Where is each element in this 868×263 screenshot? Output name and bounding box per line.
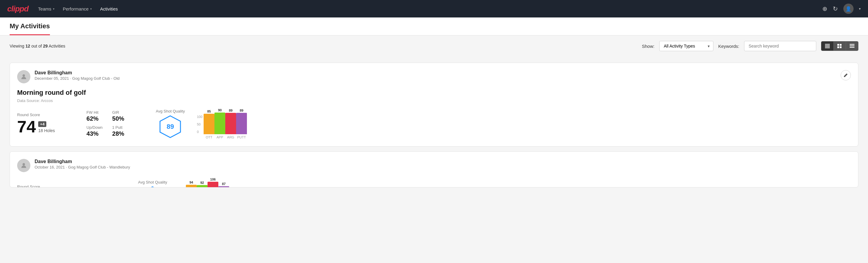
- user-meta: October 16, 2021 · Gog Magog Golf Club -…: [35, 165, 130, 169]
- svg-rect-6: [837, 46, 839, 48]
- activities-list: Dave Billingham December 05, 2021 · Gog …: [0, 57, 868, 198]
- gir-putt-pair: GIR 50% 1 Putt 28%: [112, 110, 124, 137]
- svg-point-13: [23, 163, 25, 166]
- hexagon-2: …: [141, 186, 164, 187]
- up-down-value: 43%: [87, 130, 102, 137]
- svg-rect-2: [825, 46, 830, 47]
- svg-rect-0: [825, 44, 830, 45]
- bar-ott: 85 OTT: [204, 110, 214, 139]
- logo: clippd: [7, 4, 29, 13]
- avatar: [17, 70, 30, 83]
- y-label-0: 0: [197, 130, 203, 134]
- user-info: Dave Billingham October 16, 2021 · Gog M…: [35, 159, 130, 169]
- one-putt-stat: 1 Putt 28%: [112, 125, 124, 137]
- svg-point-11: [23, 74, 25, 77]
- nav-activities[interactable]: Activities: [100, 6, 118, 11]
- svg-rect-1: [825, 45, 830, 46]
- svg-marker-14: [142, 187, 163, 187]
- bar-app-visual: [214, 113, 225, 134]
- bar-arg-visual: [225, 113, 236, 134]
- nav-performance[interactable]: Performance ▾: [63, 6, 92, 11]
- one-putt-value: 28%: [112, 130, 124, 137]
- data-source: Data Source: Arccos: [17, 98, 851, 103]
- svg-rect-3: [825, 48, 830, 48]
- user-name: Dave Billingham: [35, 159, 130, 164]
- bar-app-label: APP: [217, 136, 223, 139]
- bar-ott-2: 94 OTT: [186, 180, 197, 187]
- edit-button[interactable]: [841, 70, 851, 80]
- show-label: Show:: [642, 43, 654, 49]
- quality-section: Avg Shot Quality 89: [156, 109, 185, 139]
- bar-ott-visual: [204, 114, 214, 134]
- bar-arg-val-2: 106: [210, 178, 216, 181]
- activity-type-select[interactable]: All Activity Types: [659, 41, 713, 51]
- fw-hit-value: 62%: [87, 115, 102, 122]
- svg-rect-10: [850, 47, 855, 48]
- round-score-label: Round Score: [17, 113, 55, 117]
- bar-ott-label: OTT: [206, 136, 212, 139]
- user-meta: December 05, 2021 · Gog Magog Golf Club …: [35, 76, 120, 81]
- bar-putt-2: 87 PUTT: [218, 182, 229, 187]
- hexagon-value: 89: [166, 123, 174, 130]
- svg-rect-9: [850, 46, 855, 46]
- view-list-button[interactable]: [846, 41, 858, 51]
- refresh-icon[interactable]: ↻: [833, 5, 838, 12]
- search-input[interactable]: [744, 41, 816, 51]
- keywords-label: Keywords:: [718, 43, 739, 49]
- card-header: Dave Billingham December 05, 2021 · Gog …: [17, 70, 120, 83]
- activity-type-select-wrapper: All Activity Types: [659, 41, 713, 51]
- avatar: [17, 159, 30, 172]
- view-grid-button[interactable]: [834, 41, 846, 51]
- user-menu-chevron[interactable]: ▾: [859, 7, 861, 11]
- svg-rect-4: [837, 44, 839, 46]
- card-header: Dave Billingham October 16, 2021 · Gog M…: [17, 159, 130, 172]
- user-info: Dave Billingham December 05, 2021 · Gog …: [35, 70, 120, 81]
- nav-links: Teams ▾ Performance ▾ Activities: [38, 6, 813, 11]
- view-toggle-buttons: [821, 41, 858, 51]
- round-score-section: Round Score 74 +4 18 Holes: [17, 113, 55, 135]
- person-icon: [20, 162, 27, 169]
- card-body: Round Score 74 +4 18 Holes FW Hit: [17, 105, 851, 139]
- y-label-50: 50: [197, 122, 203, 126]
- fw-hit-stat: FW Hit 62%: [87, 110, 102, 122]
- inline-stats: FW Hit 62% Up/Down 43% GIR 50%: [87, 110, 125, 137]
- bar-putt: 89 PUTT: [236, 109, 247, 139]
- nav-teams[interactable]: Teams ▾: [38, 6, 55, 11]
- bar-app-2: 92 APP: [197, 181, 208, 187]
- card-top-row: Dave Billingham October 16, 2021 · Gog M…: [17, 159, 851, 175]
- bar-putt-val: 89: [240, 109, 243, 112]
- svg-rect-7: [840, 46, 841, 48]
- quality-section-2: Avg Shot Quality …: [138, 180, 167, 187]
- add-icon[interactable]: ⊕: [822, 5, 828, 12]
- card-stats-row-2: Round Score FW Hit 43% GIR 56%: [17, 178, 851, 187]
- round-score-section-2: Round Score: [17, 184, 41, 187]
- view-compact-button[interactable]: [822, 41, 834, 51]
- up-down-stat: Up/Down 43%: [87, 125, 102, 137]
- user-avatar-menu[interactable]: 👤: [843, 4, 854, 14]
- chevron-down-icon: ▾: [53, 7, 55, 10]
- bar-arg-2: 106 ARG: [208, 178, 218, 187]
- card-top-row: Dave Billingham December 05, 2021 · Gog …: [17, 70, 851, 86]
- holes-text: 18 Holes: [38, 128, 55, 133]
- bar-app-val: 90: [218, 108, 222, 112]
- bar-app: 90 APP: [214, 108, 225, 139]
- list-icon: [850, 44, 855, 48]
- activity-card: Dave Billingham December 05, 2021 · Gog …: [10, 63, 858, 147]
- chevron-down-icon: ▾: [90, 7, 92, 10]
- page-title: My Activities: [10, 22, 50, 35]
- bar-chart-container-2: 100 50 0 94 OTT 92 APP 106 ARG: [179, 178, 229, 187]
- navbar: clippd Teams ▾ Performance ▾ Activities …: [0, 0, 868, 18]
- svg-rect-8: [850, 44, 855, 45]
- viewing-count-text: Viewing 12 out of 29 Activities: [10, 43, 637, 49]
- user-icon: 👤: [845, 6, 851, 12]
- gir-stat: GIR 50%: [112, 110, 124, 122]
- bar-putt-visual: [236, 113, 247, 134]
- hexagon-svg-2: [141, 186, 164, 187]
- activity-title: Morning round of golf: [17, 89, 851, 96]
- bar-ott-val: 85: [207, 110, 211, 113]
- user-name: Dave Billingham: [35, 70, 120, 76]
- grid-icon: [837, 44, 842, 48]
- person-icon: [20, 73, 27, 80]
- compact-list-icon: [825, 44, 830, 48]
- bar-putt-label: PUTT: [237, 136, 246, 139]
